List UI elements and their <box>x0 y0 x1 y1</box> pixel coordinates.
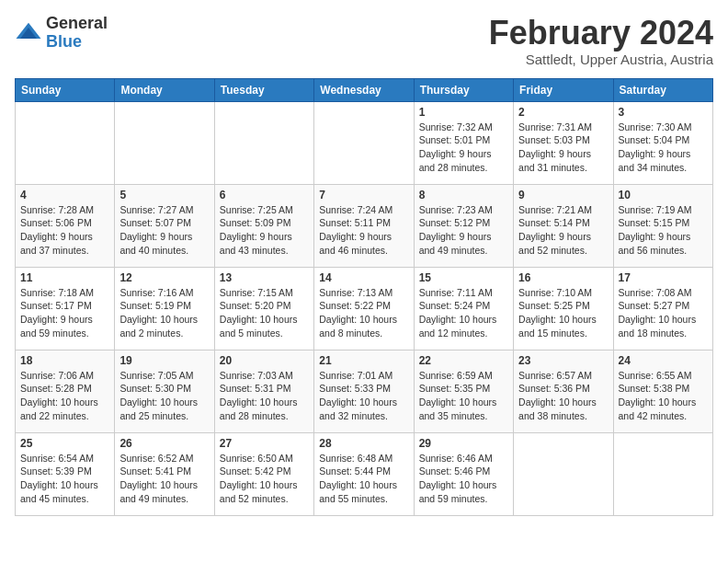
day-info: Sunrise: 7:06 AM Sunset: 5:28 PM Dayligh… <box>20 369 109 423</box>
calendar-week-row: 25Sunrise: 6:54 AM Sunset: 5:39 PM Dayli… <box>16 432 713 515</box>
weekday-header: Tuesday <box>214 78 313 101</box>
calendar-cell: 21Sunrise: 7:01 AM Sunset: 5:33 PM Dayli… <box>314 350 414 432</box>
day-info: Sunrise: 7:18 AM Sunset: 5:17 PM Dayligh… <box>20 286 109 340</box>
day-number: 23 <box>518 354 608 367</box>
page-header: General Blue February 2024 Sattledt, Upp… <box>15 15 713 67</box>
weekday-header: Wednesday <box>314 78 414 101</box>
day-number: 18 <box>20 354 109 367</box>
day-number: 10 <box>619 189 708 201</box>
day-number: 12 <box>119 271 209 284</box>
calendar-cell: 6Sunrise: 7:25 AM Sunset: 5:09 PM Daylig… <box>214 184 313 267</box>
weekday-header: Friday <box>514 78 613 101</box>
day-number: 26 <box>119 437 209 450</box>
day-info: Sunrise: 7:08 AM Sunset: 5:27 PM Dayligh… <box>619 286 708 340</box>
calendar-cell: 1Sunrise: 7:32 AM Sunset: 5:01 PM Daylig… <box>414 101 513 184</box>
day-number: 29 <box>419 437 508 450</box>
day-info: Sunrise: 7:13 AM Sunset: 5:22 PM Dayligh… <box>319 286 408 340</box>
day-number: 9 <box>518 189 608 201</box>
day-info: Sunrise: 7:30 AM Sunset: 5:04 PM Dayligh… <box>619 121 708 175</box>
calendar-cell: 29Sunrise: 6:46 AM Sunset: 5:46 PM Dayli… <box>414 432 513 515</box>
title-block: February 2024 Sattledt, Upper Austria, A… <box>489 15 713 67</box>
day-info: Sunrise: 7:23 AM Sunset: 5:12 PM Dayligh… <box>419 203 508 258</box>
day-number: 8 <box>419 189 508 201</box>
logo: General Blue <box>15 15 108 52</box>
calendar-cell: 12Sunrise: 7:16 AM Sunset: 5:19 PM Dayli… <box>115 267 214 350</box>
calendar-cell: 27Sunrise: 6:50 AM Sunset: 5:42 PM Dayli… <box>214 432 313 515</box>
calendar-cell: 14Sunrise: 7:13 AM Sunset: 5:22 PM Dayli… <box>314 267 414 350</box>
day-number: 4 <box>20 189 109 201</box>
calendar-cell: 15Sunrise: 7:11 AM Sunset: 5:24 PM Dayli… <box>414 267 513 350</box>
day-number: 17 <box>619 271 708 284</box>
calendar-cell: 17Sunrise: 7:08 AM Sunset: 5:27 PM Dayli… <box>613 267 712 350</box>
calendar-cell: 20Sunrise: 7:03 AM Sunset: 5:31 PM Dayli… <box>214 350 313 432</box>
day-number: 15 <box>419 271 508 284</box>
weekday-header: Sunday <box>16 78 115 101</box>
day-info: Sunrise: 7:05 AM Sunset: 5:30 PM Dayligh… <box>119 369 209 423</box>
day-info: Sunrise: 7:27 AM Sunset: 5:07 PM Dayligh… <box>119 203 209 258</box>
day-number: 5 <box>119 189 209 201</box>
calendar-cell: 8Sunrise: 7:23 AM Sunset: 5:12 PM Daylig… <box>414 184 513 267</box>
location: Sattledt, Upper Austria, Austria <box>489 52 713 67</box>
calendar-cell: 23Sunrise: 6:57 AM Sunset: 5:36 PM Dayli… <box>514 350 613 432</box>
calendar-week-row: 1Sunrise: 7:32 AM Sunset: 5:01 PM Daylig… <box>16 101 713 184</box>
day-info: Sunrise: 6:54 AM Sunset: 5:39 PM Dayligh… <box>20 452 109 506</box>
day-number: 3 <box>619 106 708 119</box>
day-number: 16 <box>518 271 608 284</box>
day-info: Sunrise: 7:28 AM Sunset: 5:06 PM Dayligh… <box>20 203 109 258</box>
day-info: Sunrise: 6:55 AM Sunset: 5:38 PM Dayligh… <box>619 369 708 423</box>
calendar-cell: 25Sunrise: 6:54 AM Sunset: 5:39 PM Dayli… <box>16 432 115 515</box>
day-info: Sunrise: 6:59 AM Sunset: 5:35 PM Dayligh… <box>419 369 508 423</box>
calendar-cell <box>514 432 613 515</box>
day-info: Sunrise: 6:46 AM Sunset: 5:46 PM Dayligh… <box>419 452 508 506</box>
calendar-week-row: 18Sunrise: 7:06 AM Sunset: 5:28 PM Dayli… <box>16 350 713 432</box>
logo-blue: Blue <box>46 33 108 52</box>
calendar-cell: 3Sunrise: 7:30 AM Sunset: 5:04 PM Daylig… <box>613 101 712 184</box>
day-info: Sunrise: 7:10 AM Sunset: 5:25 PM Dayligh… <box>518 286 608 340</box>
calendar-cell: 16Sunrise: 7:10 AM Sunset: 5:25 PM Dayli… <box>514 267 613 350</box>
day-number: 7 <box>319 189 408 201</box>
weekday-header: Saturday <box>613 78 712 101</box>
day-number: 22 <box>419 354 508 367</box>
logo-icon <box>15 19 42 47</box>
calendar-cell: 18Sunrise: 7:06 AM Sunset: 5:28 PM Dayli… <box>16 350 115 432</box>
day-number: 11 <box>20 271 109 284</box>
day-info: Sunrise: 7:25 AM Sunset: 5:09 PM Dayligh… <box>220 203 309 258</box>
day-info: Sunrise: 7:24 AM Sunset: 5:11 PM Dayligh… <box>319 203 408 258</box>
calendar-cell <box>115 101 214 184</box>
calendar-cell <box>314 101 414 184</box>
day-info: Sunrise: 7:03 AM Sunset: 5:31 PM Dayligh… <box>220 369 309 423</box>
calendar-cell: 5Sunrise: 7:27 AM Sunset: 5:07 PM Daylig… <box>115 184 214 267</box>
calendar-cell <box>16 101 115 184</box>
day-number: 1 <box>419 106 508 119</box>
logo-general: General <box>46 15 108 33</box>
calendar-week-row: 4Sunrise: 7:28 AM Sunset: 5:06 PM Daylig… <box>16 184 713 267</box>
day-info: Sunrise: 7:21 AM Sunset: 5:14 PM Dayligh… <box>518 203 608 258</box>
calendar-cell: 13Sunrise: 7:15 AM Sunset: 5:20 PM Dayli… <box>214 267 313 350</box>
calendar-cell: 10Sunrise: 7:19 AM Sunset: 5:15 PM Dayli… <box>613 184 712 267</box>
day-number: 2 <box>518 106 608 119</box>
day-info: Sunrise: 6:48 AM Sunset: 5:44 PM Dayligh… <box>319 452 408 506</box>
month-title: February 2024 <box>489 15 713 52</box>
calendar-cell: 24Sunrise: 6:55 AM Sunset: 5:38 PM Dayli… <box>613 350 712 432</box>
calendar-cell: 11Sunrise: 7:18 AM Sunset: 5:17 PM Dayli… <box>16 267 115 350</box>
calendar-cell <box>613 432 712 515</box>
calendar-week-row: 11Sunrise: 7:18 AM Sunset: 5:17 PM Dayli… <box>16 267 713 350</box>
day-info: Sunrise: 6:52 AM Sunset: 5:41 PM Dayligh… <box>119 452 209 506</box>
calendar-cell: 19Sunrise: 7:05 AM Sunset: 5:30 PM Dayli… <box>115 350 214 432</box>
weekday-header: Monday <box>115 78 214 101</box>
weekday-header-row: SundayMondayTuesdayWednesdayThursdayFrid… <box>16 78 713 101</box>
day-number: 19 <box>119 354 209 367</box>
day-number: 24 <box>619 354 708 367</box>
day-info: Sunrise: 6:50 AM Sunset: 5:42 PM Dayligh… <box>220 452 309 506</box>
day-info: Sunrise: 7:31 AM Sunset: 5:03 PM Dayligh… <box>518 121 608 175</box>
calendar-cell: 7Sunrise: 7:24 AM Sunset: 5:11 PM Daylig… <box>314 184 414 267</box>
calendar: SundayMondayTuesdayWednesdayThursdayFrid… <box>15 78 713 516</box>
calendar-cell: 2Sunrise: 7:31 AM Sunset: 5:03 PM Daylig… <box>514 101 613 184</box>
day-number: 13 <box>220 271 309 284</box>
day-number: 21 <box>319 354 408 367</box>
weekday-header: Thursday <box>414 78 513 101</box>
day-number: 28 <box>319 437 408 450</box>
calendar-cell: 28Sunrise: 6:48 AM Sunset: 5:44 PM Dayli… <box>314 432 414 515</box>
day-info: Sunrise: 7:01 AM Sunset: 5:33 PM Dayligh… <box>319 369 408 423</box>
day-info: Sunrise: 7:15 AM Sunset: 5:20 PM Dayligh… <box>220 286 309 340</box>
